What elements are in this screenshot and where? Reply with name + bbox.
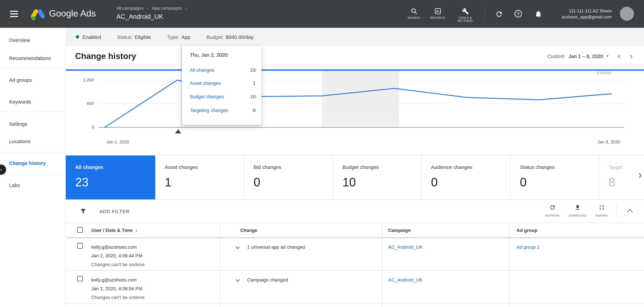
avatar[interactable] [620, 7, 634, 21]
tooltip-link[interactable]: Asset changes [190, 80, 221, 86]
column-header-label: User / Date & Time [91, 228, 133, 233]
chevron-right-icon: › [147, 6, 148, 11]
sidebar-item-settings[interactable]: Settings [0, 117, 66, 131]
reports-button[interactable]: REPORTS [424, 8, 451, 19]
google-ads-logo-icon [30, 6, 46, 22]
chevron-right-icon: › [186, 6, 187, 11]
sidebar-item-change-history[interactable]: Change history [0, 157, 66, 170]
account-email: azshoes_app@gmail.com [562, 14, 612, 20]
reports-icon [434, 8, 441, 15]
enabled-status-control[interactable]: Enabled [76, 34, 101, 40]
page-title: Change history [75, 51, 136, 61]
row-campaign-link[interactable]: AC_Android_UK [388, 244, 422, 250]
expand-row-button chevron-down-icon[interactable] [236, 245, 240, 249]
tooltip-value: 8 [253, 108, 256, 113]
row-checkbox[interactable] [77, 276, 83, 282]
help-button[interactable]: ? [514, 10, 522, 18]
scorecard-status-changes[interactable]: Status changes 0 [510, 156, 599, 199]
column-header-campaign[interactable]: Campaign [388, 228, 411, 233]
column-header-ad-group[interactable]: Ad group [516, 228, 537, 233]
account-info: 111-111-111 AZ Shoes azshoes_app@gmail.c… [562, 8, 612, 20]
date-range-picker: Custom Jan 1 – 8, 2020 ▾ ‹ › [547, 53, 632, 59]
refresh-button[interactable] [495, 10, 503, 18]
chevron-down-icon[interactable]: ▾ [606, 54, 608, 58]
table-download-button[interactable]: DOWNLOAD [566, 204, 589, 218]
tools-settings-button[interactable]: TOOLS & SETTINGS [452, 8, 479, 22]
enabled-dot-icon [76, 35, 79, 38]
add-filter-button[interactable]: ADD FILTER [99, 209, 130, 214]
type-value: App [182, 34, 190, 40]
tooltip-row-budget-changes[interactable]: Budget changes 10 [190, 93, 256, 100]
row-note: Changes can't be undone [91, 262, 144, 267]
scorecard-bid-changes[interactable]: Bid changes 0 [244, 156, 333, 199]
row-checkbox[interactable] [77, 243, 83, 249]
sidebar-divider [0, 68, 66, 68]
status-label: Status: [117, 34, 133, 40]
scorecard-label: Bid changes [254, 164, 333, 170]
changes-line-chart [66, 71, 644, 152]
sidebar-item-labs[interactable]: Labs [0, 179, 66, 192]
tooltip-link[interactable]: Targeting changes [190, 108, 228, 113]
change-history-table: User / Date & Time↓ Change Campaign Ad g… [66, 223, 644, 307]
sidebar-item-overview[interactable]: Overview [0, 33, 66, 47]
sidebar-item-ad-groups[interactable]: Ad groups [0, 73, 66, 87]
breadcrumb-app-campaigns[interactable]: App campaigns [152, 6, 182, 11]
scorecard-all-changes[interactable]: All changes 23 [66, 156, 155, 199]
row-note: Changes can't be undone [91, 295, 144, 300]
scorecard-targeting-changes-partial[interactable]: Target 8 [599, 156, 644, 199]
tooltip-value: 10 [250, 94, 256, 99]
tools-label: TOOLS & [452, 16, 479, 19]
sidebar-item-keywords[interactable]: Keywords [0, 95, 66, 109]
scorecard-label: Asset changes [165, 164, 244, 170]
breadcrumb-all-campaigns[interactable]: All campaigns [116, 6, 144, 11]
notifications-button[interactable] [534, 10, 542, 18]
column-header-user-datetime[interactable]: User / Date & Time↓ [91, 228, 138, 233]
row-ad-group-link[interactable]: Ad group 1 [516, 244, 540, 250]
sidebar-divider [0, 112, 66, 112]
sidebar-divider [0, 152, 66, 153]
chart-hover-line [181, 46, 182, 127]
scorecard-budget-changes[interactable]: Budget changes 10 [333, 156, 421, 199]
scorecard-value: 23 [75, 175, 155, 189]
scorecard-value: 0 [254, 175, 333, 189]
sort-descending-icon[interactable]: ↓ [135, 228, 138, 233]
brand-name: Google Ads [49, 8, 96, 19]
tooltip-row-all-changes[interactable]: All changes 23 [190, 67, 256, 73]
scorecards-row: All changes 23 Asset changes 1 Bid chang… [66, 155, 644, 200]
row-user: kelly.g@azshoes.com [91, 277, 137, 283]
table-expand-button[interactable]: EXPAND [590, 204, 614, 218]
scorecard-asset-changes[interactable]: Asset changes 1 [155, 156, 244, 199]
table-refresh-button[interactable]: REFRESH [541, 204, 564, 218]
previous-period-button[interactable]: ‹ [618, 53, 620, 59]
sidebar-item-recommendations[interactable]: Recommendations [0, 52, 66, 65]
type-label: Type: [167, 34, 179, 40]
scorecard-audience-changes[interactable]: Audience changes 0 [421, 156, 510, 199]
sidebar-item-locations[interactable]: Locations [0, 135, 66, 148]
tooltip-link[interactable]: Budget changes [190, 94, 224, 99]
bell-icon [534, 10, 542, 18]
tooltip-row-targeting-changes[interactable]: Targeting changes 8 [190, 107, 256, 114]
date-range-mode[interactable]: Custom [547, 53, 564, 59]
column-header-change[interactable]: Change [240, 228, 258, 233]
menu-icon[interactable] [10, 11, 18, 17]
filter-icon[interactable] [80, 208, 86, 215]
tooltip-link[interactable]: All changes [190, 67, 214, 73]
refresh-icon [549, 204, 556, 211]
budget-value: $940.00/day [226, 34, 254, 40]
select-all-checkbox[interactable] [77, 227, 83, 233]
expand-row-button chevron-down-icon[interactable] [236, 278, 240, 282]
budget-label: Budget: [206, 34, 224, 40]
scorecards-next-button[interactable]: › [638, 169, 642, 180]
tooltip-row-asset-changes[interactable]: Asset changes 1 [190, 80, 256, 86]
row-campaign-link[interactable]: AC_Android_UK [388, 277, 422, 283]
table-row-partial [66, 304, 644, 307]
expand-icon [598, 204, 605, 211]
collapse-table-button chevron-up-icon[interactable] [627, 209, 633, 215]
date-range-value[interactable]: Jan 1 – 8, 2020 [568, 53, 603, 59]
table-row: kelly.g@azshoes.com Jan 2, 2020, 4:09:44… [66, 238, 644, 271]
search-label: SEARCH [400, 16, 427, 19]
next-period-button[interactable]: › [630, 53, 632, 59]
row-change: Campaign changed [247, 277, 288, 283]
table-row: kelly.g@azshoes.com Jan 2, 2020, 4:08:54… [66, 271, 644, 304]
search-button[interactable]: SEARCH [400, 8, 427, 19]
